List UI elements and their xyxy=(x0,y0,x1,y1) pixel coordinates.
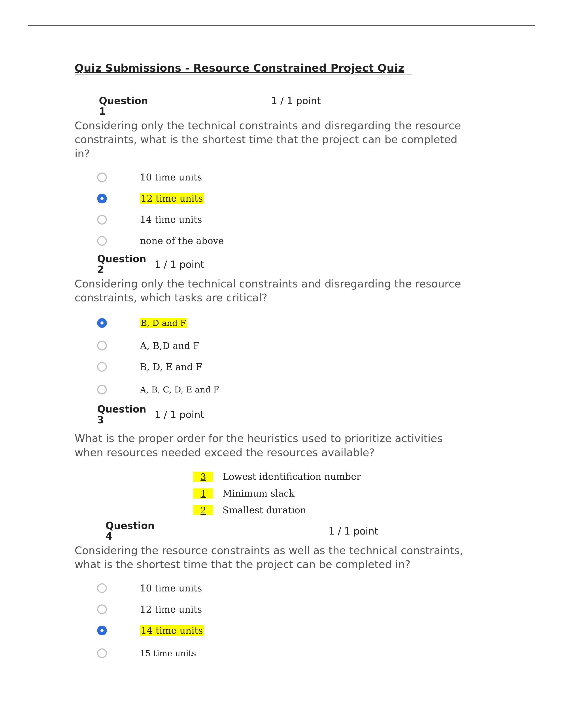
q2-text: Considering only the technical constrain… xyxy=(75,277,463,305)
option-label: 12 time units xyxy=(140,193,204,204)
highlighted-answer: B, D and F xyxy=(140,318,187,328)
option-label: 12 time units xyxy=(140,604,202,615)
option-label: A, B, C, D, E and F xyxy=(140,385,219,394)
q1-header: Question 1 1 / 1 point xyxy=(75,95,490,117)
option-label: B, D and F xyxy=(140,318,187,328)
radio-unselected-icon[interactable] xyxy=(97,215,107,225)
order-number: 2 xyxy=(193,505,213,515)
q2-option[interactable]: B, D, E and F xyxy=(97,356,490,377)
q4-label: Question 4 xyxy=(105,520,156,542)
order-row: 2 Smallest duration xyxy=(105,502,490,519)
q4-option[interactable]: 10 time units xyxy=(97,578,490,599)
order-row: 1 Minimum slack xyxy=(105,485,490,502)
option-label: none of the above xyxy=(140,235,224,246)
top-rule xyxy=(28,25,535,26)
option-label: 10 time units xyxy=(140,583,202,594)
option-label: B, D, E and F xyxy=(140,362,202,372)
order-text: Smallest duration xyxy=(222,505,306,516)
q1-option[interactable]: 14 time units xyxy=(97,209,490,230)
q4-header: Question 4 1 / 1 point xyxy=(105,520,490,542)
q2-header: Question 2 1 / 1 point xyxy=(97,254,490,275)
q2-points: 1 / 1 point xyxy=(154,259,204,270)
q3-header: Question 3 1 / 1 point xyxy=(97,404,490,425)
q4-points: 1 / 1 point xyxy=(329,525,378,537)
quiz-page: Quiz Submissions - Resource Constrained … xyxy=(0,0,563,728)
q1-option[interactable]: none of the above xyxy=(97,230,490,251)
radio-selected-icon[interactable] xyxy=(97,626,107,635)
q4-option[interactable]: 14 time units xyxy=(97,620,490,641)
radio-unselected-icon[interactable] xyxy=(97,341,107,351)
radio-unselected-icon[interactable] xyxy=(97,362,107,372)
q2-label: Question 2 xyxy=(97,254,148,275)
option-label: 15 time units xyxy=(140,648,196,658)
q3-points: 1 / 1 point xyxy=(154,409,204,420)
order-number: 1 xyxy=(193,488,213,499)
radio-selected-icon[interactable] xyxy=(97,194,107,203)
q4-text: Considering the resource constraints as … xyxy=(75,544,463,572)
radio-unselected-icon[interactable] xyxy=(97,648,107,658)
order-row: 3 Lowest identification number xyxy=(105,468,490,485)
q4-option[interactable]: 15 time units xyxy=(97,641,490,665)
radio-unselected-icon[interactable] xyxy=(97,604,107,614)
highlighted-answer: 14 time units xyxy=(140,625,204,636)
content: Quiz Submissions - Resource Constrained … xyxy=(75,62,490,665)
radio-unselected-icon[interactable] xyxy=(97,583,107,593)
q4-options: 10 time units 12 time units 14 time unit… xyxy=(97,578,490,665)
radio-unselected-icon[interactable] xyxy=(97,385,107,394)
option-label: 14 time units xyxy=(140,625,204,636)
q2-option[interactable]: B, D and F xyxy=(97,311,490,335)
option-label: 10 time units xyxy=(140,172,202,183)
order-text: Minimum slack xyxy=(222,488,295,499)
q1-points: 1 / 1 point xyxy=(271,95,321,106)
order-text: Lowest identification number xyxy=(222,471,361,482)
page-title: Quiz Submissions - Resource Constrained … xyxy=(75,62,413,75)
q1-options: 10 time units 12 time units 14 time unit… xyxy=(97,167,490,251)
radio-unselected-icon[interactable] xyxy=(97,236,107,246)
q1-option[interactable]: 10 time units xyxy=(97,167,490,188)
option-label: A, B,D and F xyxy=(140,340,199,351)
q2-option[interactable]: A, B,D and F xyxy=(97,335,490,356)
q3-ordering: 3 Lowest identification number 1 Minimum… xyxy=(105,468,490,519)
q1-option[interactable]: 12 time units xyxy=(97,188,490,209)
q1-text: Considering only the technical constrain… xyxy=(75,119,463,161)
radio-selected-icon[interactable] xyxy=(97,318,107,328)
radio-unselected-icon[interactable] xyxy=(97,173,107,182)
q2-options: B, D and F A, B,D and F B, D, E and F A,… xyxy=(97,311,490,402)
highlighted-answer: 12 time units xyxy=(140,193,204,204)
q1-label: Question 1 xyxy=(99,96,150,117)
order-number: 3 xyxy=(193,472,213,482)
option-label: 14 time units xyxy=(140,214,202,225)
q4-option[interactable]: 12 time units xyxy=(97,599,490,620)
q3-text: What is the proper order for the heurist… xyxy=(75,432,463,460)
q2-option[interactable]: A, B, C, D, E and F xyxy=(97,377,490,402)
q3-label: Question 3 xyxy=(97,404,148,425)
